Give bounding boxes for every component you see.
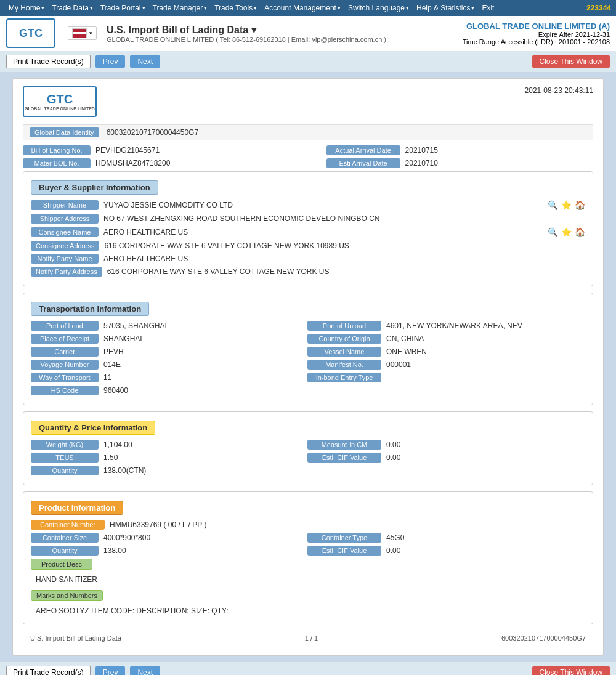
teus-label: TEUS xyxy=(31,453,99,463)
carrier-row: Carrier PEVH Vessel Name ONE WREN xyxy=(31,347,585,357)
nav-exit[interactable]: Exit xyxy=(478,4,498,12)
logo-area: GTC xyxy=(6,18,55,48)
quantity-price-section: Quantity & Price Information Weight (KG)… xyxy=(23,411,593,485)
star-icon[interactable]: ⭐ xyxy=(561,227,572,238)
shipper-name-value: YUYAO JESSIE COMMODITY CO LTD xyxy=(103,201,537,209)
nav-my-home[interactable]: My Home ▾ xyxy=(5,4,48,12)
measure-cm-label: Measure in CM xyxy=(307,440,381,450)
chevron-icon: ▾ xyxy=(254,5,257,11)
bottom-close-button[interactable]: Close This Window xyxy=(532,666,610,675)
nav-trade-tools[interactable]: Trade Tools ▾ xyxy=(211,4,261,12)
nav-trade-portal[interactable]: Trade Portal ▾ xyxy=(97,4,149,12)
notify-party-address-label: Notify Party Address xyxy=(31,267,102,277)
place-receipt-label: Place of Receipt xyxy=(31,334,99,344)
product-desc-value: HAND SANITIZER xyxy=(31,573,585,586)
page-title-area: U.S. Import Bill of Lading Data ▾ GLOBAL… xyxy=(107,24,463,43)
way-transport-label: Way of Transport xyxy=(31,373,99,382)
consignee-address-label: Consignee Address xyxy=(31,241,99,251)
container-size-value: 4000*900*800 xyxy=(103,533,302,542)
vessel-name-value: ONE WREN xyxy=(386,347,585,356)
quantity-row: Quantity 138.00(CTN) xyxy=(31,466,585,475)
record-label: U.S. Import Bill of Lading Data xyxy=(30,634,121,642)
site-logo: GTC xyxy=(6,18,55,48)
record-id: 60032021071700004450G7 xyxy=(501,634,586,642)
product-section-header: Product Information xyxy=(31,501,123,515)
nav-switch-language[interactable]: Switch Language ▾ xyxy=(344,4,413,12)
search-icon[interactable]: 🔍 xyxy=(547,200,558,211)
global-identity-value: 60032021071700004450G7 xyxy=(107,128,198,137)
search-icon[interactable]: 🔍 xyxy=(547,227,558,238)
consignee-address-row: Consignee Address 616 CORPORATE WAY STE … xyxy=(31,241,585,251)
home-icon[interactable]: 🏠 xyxy=(574,227,585,238)
print-record-button[interactable]: Print Trade Record(s) xyxy=(6,55,91,68)
page-subtitle: GLOBAL TRADE ONLINE LIMITED ( Tel: 86-51… xyxy=(107,36,463,43)
notify-party-address-row: Notify Party Address 616 CORPORATE WAY S… xyxy=(31,267,585,277)
next-button[interactable]: Next xyxy=(130,55,160,68)
transportation-section: Transportation Information Port of Load … xyxy=(23,293,593,405)
place-receipt-row: Place of Receipt SHANGHAI Country of Ori… xyxy=(31,334,585,344)
transportation-header: Transportation Information xyxy=(31,302,149,316)
page-info: 1 / 1 xyxy=(305,634,318,642)
hs-code-value: 960400 xyxy=(103,386,585,395)
shipper-address-label: Shipper Address xyxy=(31,214,99,224)
container-size-row: Container Size 4000*900*800 Container Ty… xyxy=(31,533,585,543)
hs-code-label: HS Code xyxy=(31,386,99,395)
bottom-prev-button[interactable]: Prev xyxy=(95,666,126,675)
container-number-value: HMMU6339769 ( 00 / L / PP ) xyxy=(110,520,585,529)
container-type-label: Container Type xyxy=(307,533,381,543)
top-navigation: My Home ▾ Trade Data ▾ Trade Portal ▾ Tr… xyxy=(0,0,616,16)
nav-help-statistics[interactable]: Help & Statistics ▾ xyxy=(413,4,478,12)
quantity-price-header: Quantity & Price Information xyxy=(31,421,155,435)
way-transport-value: 11 xyxy=(103,373,302,382)
quantity-value: 138.00(CTN) xyxy=(103,466,585,475)
consignee-actions: 🔍 ⭐ 🏠 xyxy=(547,227,585,238)
ldr-info: Time Range Accessible (LDR) : 201001 - 2… xyxy=(463,38,610,46)
product-esti-cif-value: 0.00 xyxy=(386,546,585,555)
user-id: 223344 xyxy=(586,4,611,12)
global-identity-label: Global Data Identity xyxy=(30,127,99,137)
company-info: GLOBAL TRADE ONLINE LIMITED (A) Expire A… xyxy=(463,22,610,46)
voyage-row: Voyage Number 014E Manifest No. 000001 xyxy=(31,360,585,370)
nav-trade-data[interactable]: Trade Data ▾ xyxy=(48,4,97,12)
actual-arrival-value: 20210715 xyxy=(405,146,593,155)
in-bond-label: In-bond Entry Type xyxy=(307,373,381,382)
chevron-down-icon: ▾ xyxy=(89,30,92,36)
container-size-label: Container Size xyxy=(31,533,99,543)
port-load-value: 57035, SHANGHAI xyxy=(103,321,302,330)
company-name: GLOBAL TRADE ONLINE LIMITED (A) xyxy=(463,22,610,31)
port-unload-label: Port of Unload xyxy=(307,321,381,331)
chevron-icon: ▾ xyxy=(142,5,145,11)
close-window-button[interactable]: Close This Window xyxy=(532,55,610,68)
transport-row: Way of Transport 11 In-bond Entry Type xyxy=(31,373,585,382)
teus-value: 1.50 xyxy=(103,453,302,462)
country-origin-label: Country of Origin xyxy=(307,334,381,344)
port-unload-value: 4601, NEW YORK/NEWARK AREA, NEV xyxy=(386,321,585,330)
port-load-row: Port of Load 57035, SHANGHAI Port of Unl… xyxy=(31,321,585,331)
container-number-label: Container Number xyxy=(31,520,105,530)
product-quantity-label: Quantity xyxy=(31,546,99,556)
vessel-name-label: Vessel Name xyxy=(307,347,381,357)
manifest-no-label: Manifest No. xyxy=(307,360,381,370)
header-bar: GTC ▾ U.S. Import Bill of Lading Data ▾ … xyxy=(0,16,616,51)
place-receipt-value: SHANGHAI xyxy=(103,334,302,343)
esti-arrival-label: Esti Arrival Date xyxy=(326,158,400,168)
star-icon[interactable]: ⭐ xyxy=(561,200,572,211)
bottom-next-button[interactable]: Next xyxy=(130,666,160,675)
marks-numbers-label: Marks and Numbers xyxy=(31,590,103,601)
card-logo: GTC GLOBAL TRADE ONLINE LIMITED xyxy=(23,86,97,117)
page-title: U.S. Import Bill of Lading Data ▾ xyxy=(107,24,463,36)
consignee-name-row: Consignee Name AERO HEALTHCARE US 🔍 ⭐ 🏠 xyxy=(31,227,585,238)
port-load-label: Port of Load xyxy=(31,321,99,331)
product-quantity-value: 138.00 xyxy=(103,546,302,555)
buyer-supplier-header: Buyer & Supplier Information xyxy=(31,180,158,195)
prev-button[interactable]: Prev xyxy=(95,55,126,68)
weight-value: 1,104.00 xyxy=(103,440,302,449)
bottom-print-button[interactable]: Print Trade Record(s) xyxy=(6,666,91,675)
nav-trade-manager[interactable]: Trade Manager ▾ xyxy=(149,4,211,12)
product-section: Product Information Container Number HMM… xyxy=(23,491,593,624)
bol-value: PEVHDG21045671 xyxy=(95,146,322,155)
esti-cif-label: Esti. CIF Value xyxy=(307,453,381,463)
language-selector[interactable]: ▾ xyxy=(68,26,97,40)
nav-account-management[interactable]: Account Management ▾ xyxy=(261,4,344,12)
home-icon[interactable]: 🏠 xyxy=(574,200,585,211)
